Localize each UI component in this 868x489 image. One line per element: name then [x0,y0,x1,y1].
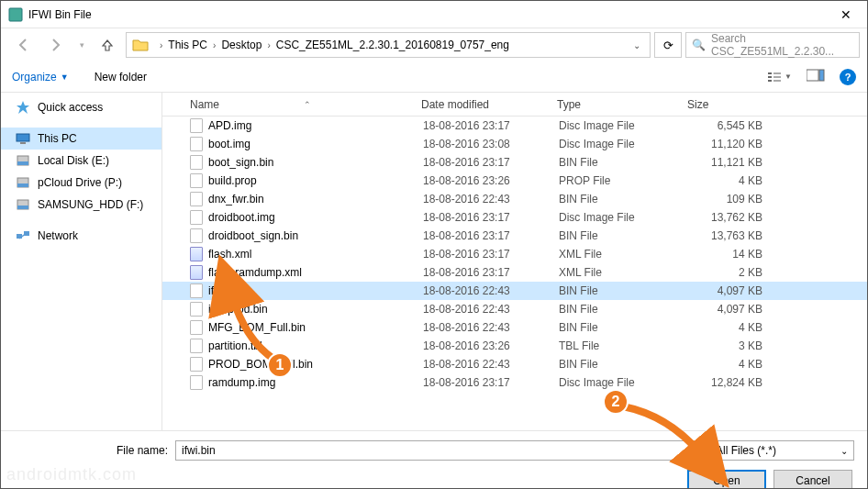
disk-icon [16,153,30,168]
sidebar-item-label: Network [38,229,78,242]
file-icon [190,265,203,280]
filename-label: File name: [14,444,168,457]
file-date: 18-08-2016 22:43 [423,321,559,334]
file-row[interactable]: partition.tbl18-08-2016 23:26TBL File3 K… [162,337,867,355]
file-date: 18-08-2016 23:17 [423,376,559,389]
svg-rect-0 [9,8,22,21]
sidebar-item[interactable]: Network [1,225,161,247]
sidebar-item[interactable]: SAMSUNG_HDD (F:) [1,194,161,216]
organize-menu[interactable]: Organize ▼ [12,71,69,83]
help-icon[interactable]: ? [840,69,856,85]
file-row[interactable]: flash.xml18-08-2016 23:17XML File14 KB [162,245,867,263]
back-button[interactable] [8,32,38,58]
sidebar-item-label: This PC [38,132,77,145]
file-type: XML File [559,248,689,261]
file-name: flash-ramdump.xml [208,266,302,279]
organize-label: Organize [12,71,57,83]
search-box[interactable]: 🔍 Search CSC_ZE551ML_2.2.30... [685,32,860,58]
file-icon [190,302,203,317]
file-date: 18-08-2016 23:17 [423,229,559,242]
svg-rect-8 [819,70,824,81]
file-date: 18-08-2016 22:43 [423,284,559,297]
sidebar-item-label: pCloud Drive (P:) [38,176,122,189]
file-date: 18-08-2016 23:17 [423,211,559,224]
crumb-dropdown-icon[interactable]: ⌄ [633,40,640,50]
file-row[interactable]: APD.img18-08-2016 23:17Disc Image File6,… [162,117,867,135]
search-icon: 🔍 [692,39,706,51]
file-size: 6,545 KB [689,119,781,132]
file-icon [190,173,203,188]
svg-rect-2 [768,76,772,78]
file-row[interactable]: build.prop18-08-2016 23:26PROP File4 KB [162,172,867,190]
col-date[interactable]: Date modified [421,98,557,111]
column-headers[interactable]: Name ⌃ Date modified Type Size [162,93,867,117]
cancel-button[interactable]: Cancel [773,470,852,489]
file-name: PROD_BOM_Full.bin [208,358,313,371]
forward-button[interactable] [41,32,71,58]
recent-dropdown[interactable]: ▾ [74,32,89,58]
file-row[interactable]: droidboot_sign.bin18-08-2016 23:17BIN Fi… [162,227,867,245]
file-row[interactable]: MFG_BOM_Full.bin18-08-2016 22:43BIN File… [162,318,867,337]
search-placeholder: Search CSC_ZE551ML_2.2.30... [711,32,853,58]
file-icon [190,357,203,372]
open-button[interactable]: Open [687,470,766,489]
file-row[interactable]: boot.img18-08-2016 23:08Disc Image File1… [162,135,867,153]
sidebar-item[interactable]: Quick access [1,96,161,118]
sidebar-item-label: Local Disk (E:) [38,154,109,167]
svg-rect-3 [768,80,772,82]
refresh-button[interactable]: ⟳ [654,32,682,58]
file-icon [190,137,203,151]
file-row[interactable]: PROD_BOM_Full.bin18-08-2016 22:43BIN Fil… [162,355,867,373]
file-date: 18-08-2016 23:17 [423,156,559,169]
svg-rect-10 [20,142,26,144]
disk-icon [16,175,30,190]
file-row[interactable]: flash-ramdump.xml18-08-2016 23:17XML Fil… [162,263,867,282]
file-date: 18-08-2016 23:17 [423,119,559,132]
sidebar-item[interactable]: Local Disk (E:) [1,150,161,172]
file-row[interactable]: boot_sign.bin18-08-2016 23:17BIN File11,… [162,153,867,172]
folder-icon [132,37,149,53]
nav-row: ▾ › This PC › Desktop › CSC_ZE551ML_2.2.… [1,28,867,61]
col-size[interactable]: Size [687,98,779,111]
sidebar-item[interactable]: This PC [1,128,161,150]
file-size: 14 KB [689,248,781,261]
file-row[interactable]: ifwi.bin18-08-2016 22:43BIN File4,097 KB [162,282,867,300]
crumb-desktop[interactable]: Desktop [221,39,262,51]
file-row[interactable]: ifwi-prod.bin18-08-2016 22:43BIN File4,0… [162,300,867,318]
col-type[interactable]: Type [557,98,687,111]
star-icon [16,100,30,115]
file-row[interactable]: dnx_fwr.bin18-08-2016 22:43BIN File109 K… [162,190,867,208]
file-row[interactable]: ramdump.img18-08-2016 23:17Disc Image Fi… [162,373,867,392]
crumb-this-pc[interactable]: This PC [168,39,207,51]
file-name: boot.img [208,138,250,150]
window-title: IFWI Bin File [28,8,825,21]
file-name: ifwi.bin [208,284,242,297]
pc-icon [16,131,30,146]
close-button[interactable]: ✕ [825,1,867,28]
svg-rect-4 [773,72,781,74]
sidebar-item-label: Quick access [38,101,103,114]
file-type-filter[interactable]: All Files (*.*) ⌄ [709,440,854,461]
filter-label: All Files (*.*) [716,444,776,457]
sort-arrow-icon: ⌃ [304,100,311,109]
up-button[interactable] [93,32,122,58]
breadcrumb[interactable]: › This PC › Desktop › CSC_ZE551ML_2.2.30… [126,32,651,58]
file-name: partition.tbl [208,339,262,352]
file-name: ifwi-prod.bin [208,303,268,316]
crumb-folder[interactable]: CSC_ZE551ML_2.2.30.1_20160819_0757_eng [276,39,509,51]
file-size: 13,762 KB [689,211,781,224]
file-date: 18-08-2016 23:26 [423,174,559,187]
new-folder-button[interactable]: New folder [95,71,147,83]
svg-rect-9 [17,134,29,141]
sidebar-item[interactable]: pCloud Drive (P:) [1,172,161,194]
file-type: BIN File [559,321,689,334]
chevron-down-icon: ⌄ [840,446,848,456]
filename-input[interactable] [175,440,702,461]
view-menu-icon[interactable]: ▼ [767,71,792,83]
file-type: BIN File [559,303,689,316]
file-list: Name ⌃ Date modified Type Size APD.img18… [162,93,867,430]
file-name: flash.xml [208,248,251,261]
preview-pane-icon[interactable] [807,69,825,84]
watermark: androidmtk.com [6,465,137,484]
file-row[interactable]: droidboot.img18-08-2016 23:17Disc Image … [162,208,867,227]
